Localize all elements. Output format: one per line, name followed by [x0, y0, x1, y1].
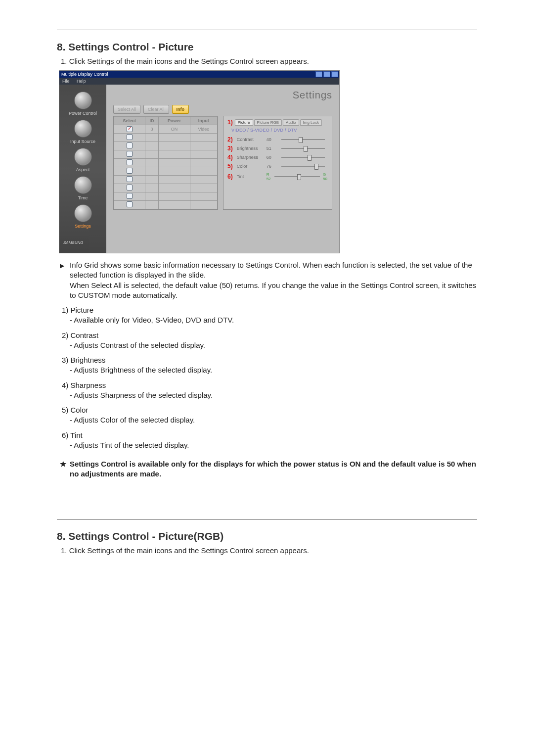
sidebar-item-time[interactable]: Time	[59, 176, 106, 200]
checkbox-icon[interactable]: ✓	[127, 126, 133, 132]
table-row[interactable]	[114, 134, 218, 142]
checkbox-icon[interactable]	[127, 176, 133, 182]
item-4-head: 4) Sharpness	[62, 380, 477, 390]
select-all-button[interactable]: Select All	[113, 105, 140, 114]
item-2-sub: - Adjusts Contrast of the selected displ…	[70, 340, 477, 350]
info-text-2: When Select All is selected, the default…	[70, 281, 476, 299]
settings-icon	[74, 204, 92, 222]
section-heading-picture-rgb: 8. Settings Control - Picture(RGB)	[57, 530, 477, 542]
tab-img-lock[interactable]: Img Lock	[300, 119, 322, 126]
window-titlebar: Multiple Display Control	[59, 71, 339, 78]
source-line: VIDEO / S-VIDEO / DVD / DTV	[231, 128, 328, 133]
table-row[interactable]	[114, 176, 218, 184]
table-row[interactable]	[114, 167, 218, 176]
tint-slider[interactable]	[274, 176, 320, 177]
minimize-icon[interactable]	[315, 71, 322, 77]
item-3-head: 3) Brightness	[62, 355, 477, 365]
checkbox-icon[interactable]	[127, 134, 133, 140]
numbered-list: 1) Picture- Available only for Video, S-…	[62, 305, 477, 450]
info-text-1: Info Grid shows some basic information n…	[70, 261, 472, 279]
col-id: ID	[145, 117, 159, 125]
col-select: Select	[114, 117, 145, 125]
arrow-icon: ▶	[60, 260, 70, 270]
slider-contrast: 2) Contrast 40	[227, 137, 328, 142]
section-divider-top	[57, 30, 477, 30]
table-row[interactable]	[114, 184, 218, 192]
table-row[interactable]	[114, 192, 218, 201]
checkbox-icon[interactable]	[127, 168, 133, 174]
callout-3: 3)	[227, 145, 233, 151]
contrast-slider[interactable]	[281, 139, 325, 140]
sidebar-item-settings[interactable]: Settings	[59, 204, 106, 229]
main-panel: Settings Select All Clear All Info Selec…	[106, 85, 339, 253]
item-3-sub: - Adjusts Brightness of the selected dis…	[70, 365, 477, 375]
callout-2: 2)	[227, 137, 233, 142]
sidebar-item-aspect[interactable]: Aspect	[59, 148, 106, 172]
star-icon: ★	[60, 459, 70, 469]
sidebar-item-power[interactable]: Power Control	[59, 92, 106, 116]
tab-picture[interactable]: Picture	[235, 119, 253, 126]
callout-5: 5)	[227, 163, 233, 169]
table-row[interactable]	[114, 159, 218, 167]
sidebar-item-input[interactable]: Input Source	[59, 120, 106, 144]
info-bullet: ▶ Info Grid shows some basic information…	[60, 260, 477, 300]
table-row[interactable]	[114, 142, 218, 150]
toolbar: Select All Clear All Info	[113, 105, 332, 114]
clear-all-button[interactable]: Clear All	[143, 105, 169, 114]
item-4-sub: - Adjusts Sharpness of the selected disp…	[70, 390, 477, 400]
callout-6: 6)	[227, 174, 233, 180]
color-slider[interactable]	[281, 166, 325, 167]
callout-1: 1)	[227, 119, 233, 126]
input-icon	[74, 120, 92, 138]
brand-label: SAMSUNG	[59, 233, 106, 248]
aspect-icon	[74, 148, 92, 166]
item-2-head: 2) Contrast	[62, 331, 477, 340]
slider-sharpness: 4) Sharpness 60	[227, 154, 328, 160]
tab-picture-rgb[interactable]: Picture RGB	[254, 119, 282, 126]
menu-file[interactable]: File	[62, 79, 70, 84]
checkbox-icon[interactable]	[127, 159, 133, 165]
item-1-sub: - Available only for Video, S-Video, DVD…	[70, 315, 477, 325]
menu-bar: File Help	[59, 78, 339, 85]
checkbox-icon[interactable]	[127, 201, 133, 207]
display-grid: Select ID Power Input ✓ 3 ON Video	[113, 116, 218, 210]
sharpness-slider[interactable]	[281, 157, 325, 158]
step-1-picture: 1. Click Settings of the main icons and …	[61, 57, 477, 65]
checkbox-icon[interactable]	[127, 142, 133, 148]
window-buttons	[315, 71, 338, 77]
col-power: Power	[159, 117, 190, 125]
close-icon[interactable]	[331, 71, 338, 77]
item-6-head: 6) Tint	[62, 430, 477, 440]
panel-title: Settings	[113, 90, 332, 101]
slider-color: 5) Color 76	[227, 163, 328, 169]
checkbox-icon[interactable]	[127, 185, 133, 190]
table-row[interactable]: ✓ 3 ON Video	[114, 125, 218, 134]
important-note: ★ Settings Control is available only for…	[60, 459, 477, 479]
section-heading-picture: 8. Settings Control - Picture	[57, 41, 477, 53]
sidebar: Power Control Input Source Aspect Time S…	[59, 85, 106, 253]
tab-audio[interactable]: Audio	[283, 119, 299, 126]
item-5-head: 5) Color	[62, 405, 477, 415]
note-text: Settings Control is available only for t…	[70, 459, 477, 479]
table-row[interactable]	[114, 201, 218, 209]
section-divider-mid	[57, 519, 477, 520]
item-6-sub: - Adjusts Tint of the selected display.	[70, 440, 477, 450]
slider-tint: 6) Tint R 52 G 50	[227, 172, 328, 181]
table-row[interactable]	[114, 150, 218, 159]
item-1-head: 1) Picture	[62, 305, 477, 315]
item-5-sub: - Adjusts Color of the selected display.	[70, 415, 477, 425]
maximize-icon[interactable]	[323, 71, 330, 77]
checkbox-icon[interactable]	[127, 193, 133, 199]
menu-help[interactable]: Help	[77, 79, 86, 84]
col-input: Input	[190, 117, 217, 125]
checkbox-icon[interactable]	[127, 151, 133, 157]
callout-4: 4)	[227, 154, 233, 160]
window-title: Multiple Display Control	[61, 72, 108, 77]
slider-brightness: 3) Brightness 51	[227, 145, 328, 151]
info-button[interactable]: Info	[172, 105, 189, 114]
settings-panel: 1) Picture Picture RGB Audio Img Lock VI…	[223, 116, 332, 210]
time-icon	[74, 176, 92, 194]
step-1-picture-rgb: 1. Click Settings of the main icons and …	[61, 546, 477, 555]
power-icon	[74, 92, 92, 109]
brightness-slider[interactable]	[281, 148, 325, 149]
